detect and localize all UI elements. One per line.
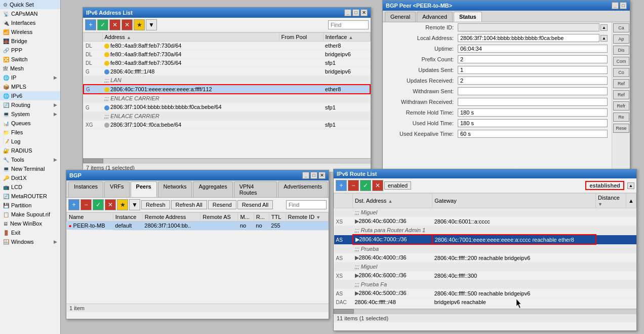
ipv6-minimize-btn[interactable]: _ [344,9,351,16]
field-value-withdrawn-sent[interactable] [458,87,608,95]
sidebar-item-routing[interactable]: 🔄 Routing ▶ [0,100,60,109]
bgp-ref2-btn[interactable]: Ref [613,90,629,99]
route-delete-btn[interactable]: ✕ [372,180,383,191]
col-instance[interactable]: Instance [113,213,142,221]
table-row[interactable]: XS ▶2806:40c:6000::/36 2806:40c:6001::a:… [334,217,636,226]
route-hscroll-thumb[interactable] [334,309,354,314]
tab-advanced[interactable]: Advanced [417,12,453,22]
col-interface[interactable]: Interface ▲ [323,33,370,42]
tab-general[interactable]: General [385,12,416,22]
field-value-keepalive[interactable] [458,130,608,138]
route-remove-btn[interactable]: − [348,180,359,191]
bgp-ap-btn[interactable]: Ap [613,34,629,44]
sidebar-item-radius[interactable]: 🔐 RADIUS [0,146,60,155]
field-value-used-hold[interactable] [458,119,608,127]
bgp-table-scroll[interactable]: Name Instance Remote Address Remote AS M… [66,212,329,304]
field-value-prefix-count[interactable] [458,55,608,63]
bgp-ref1-btn[interactable]: Ref [613,79,629,88]
route-add-btn[interactable]: + [336,180,347,191]
table-row[interactable]: G 2806:40c:7001:eeee:eeee:eeee:a:ffff/11… [84,85,370,94]
bgp-star-btn[interactable]: ★ [117,199,128,210]
ipv6-address-table-scroll[interactable]: Address ▲ From Pool Interface ▲ DL fe80:… [83,32,371,158]
tab-advertisements[interactable]: Advertisements [278,181,328,197]
table-row[interactable]: AS ▶2806:40c:4000::/36 2806:40c:ffff::20… [334,253,636,263]
ipv6-close-btn[interactable]: ✕ [360,9,368,16]
col-m[interactable]: M... [238,213,254,221]
bgp-restore-btn[interactable]: □ [310,172,317,179]
ipv6-cancel-btn[interactable]: ✕ [122,19,133,30]
ipv6-star-btn[interactable]: ★ [134,19,145,30]
bgp-minimize-btn[interactable]: _ [302,172,309,179]
col-address[interactable]: Address ▲ [102,33,279,42]
col-r[interactable]: R... [254,213,269,221]
table-row[interactable]: XS ▶2806:40c:6000::/36 2806:40c:ffff::30… [334,271,636,280]
bgp-re-btn[interactable]: Re [613,113,629,122]
sidebar-item-quickset[interactable]: ⚙ Quick Set [0,0,60,9]
field-scroll-up2[interactable]: ▲ [600,35,608,42]
route-hscroll[interactable] [334,309,636,314]
bgp-resend-btn[interactable]: Resend [208,200,236,209]
sidebar-item-system[interactable]: 💻 System ▶ [0,109,60,119]
route-scroll-up[interactable]: ▲ [627,182,634,189]
sidebar-item-mpls[interactable]: 📦 MPLS [0,82,60,91]
tab-peers[interactable]: Peers [131,181,157,197]
bgp-ca-btn[interactable]: Ca [613,23,629,32]
col-remote-address[interactable]: Remote Address [142,213,200,221]
sidebar-item-exit[interactable]: 🚪 Exit [0,228,60,237]
table-row[interactable]: XG 2806:3f7:1004::f0ca:bebe/64 sfp1 [84,120,370,129]
table-row[interactable]: G 2806:40c:ffff::1/48 bridgeipv6 [84,67,370,76]
col-remote-as[interactable]: Remote AS [200,213,238,221]
field-value-updates-sent[interactable] [458,66,608,74]
table-row[interactable]: AS ▶2806:40c:7000::/36 2806:40c:7001:eee… [334,235,636,244]
col-name[interactable]: Name [67,213,113,221]
route-check-btn[interactable]: ✓ [360,180,371,191]
sidebar-item-capsman[interactable]: 📡 CAPsMAN [0,9,60,18]
ipv6-hscroll[interactable] [83,158,371,163]
ipv6-restore-btn[interactable]: □ [352,9,359,16]
sidebar-item-switch[interactable]: 🔀 Switch [0,55,60,64]
bgp-delete-btn[interactable]: ✕ [105,199,116,210]
sidebar-item-ip[interactable]: 🌐 IP ▶ [0,73,60,82]
field-value-remote-id[interactable] [458,23,599,31]
sidebar-item-metarouter[interactable]: 🔄 MetaROUTER [0,192,60,201]
ipv6-search-input[interactable] [328,20,369,29]
table-row[interactable]: DAC 2806:40c:ffff::/48 bridgeipv6 reacha… [334,298,636,307]
sidebar-item-queues[interactable]: 📊 Queues [0,119,60,128]
ipv6-hscroll-thumb[interactable] [83,159,103,163]
field-value-uptime[interactable] [458,45,608,53]
field-value-withdrawn-received[interactable] [458,98,608,106]
sidebar-item-files[interactable]: 📁 Files [0,128,60,137]
sidebar-item-ipv6[interactable]: 🌐 IPv6 [0,91,60,100]
tab-networks[interactable]: Networks [158,181,192,197]
sidebar-item-newwinbox[interactable]: 🖥 New WinBox [0,219,60,228]
tab-status[interactable]: Status [454,12,482,22]
col-dst-address[interactable]: Dst. Address ▲ [353,194,432,208]
field-value-local-address[interactable] [458,34,599,42]
ipv6-check-btn[interactable]: ✓ [97,19,108,30]
bgp-remove-btn[interactable]: − [80,199,92,210]
bgp-co-btn[interactable]: Co [613,68,629,77]
bgp-close-btn[interactable]: ✕ [318,172,326,179]
tab-vpn4routes[interactable]: VPN4 Routes [234,181,277,197]
sidebar-item-wireless[interactable]: 📶 Wireless [0,27,60,36]
col-ttl[interactable]: TTL [269,213,286,221]
ipv6-add-btn[interactable]: + [85,19,96,30]
sidebar-item-windows[interactable]: 🪟 Windows ▶ [0,237,60,246]
sidebar-item-bridge[interactable]: 🌉 Bridge [0,36,60,46]
table-row[interactable]: DL fe80::4aa9:8aff:feb7:7305/64 sfp1 [84,59,370,67]
bgp-com-btn[interactable]: Com [613,57,629,66]
col-distance[interactable]: Distance ▼ [596,194,626,208]
col-from-pool[interactable]: From Pool [279,33,323,42]
table-row[interactable]: DL fe80::4aa9:8aff:feb7:730a/64 bridgeip… [84,50,370,59]
field-scroll-up[interactable]: ▲ [600,24,608,31]
sidebar-item-interfaces[interactable]: 🔌 Interfaces [0,18,60,27]
bgp-check-btn[interactable]: ✓ [93,199,104,210]
field-value-updates-received[interactable] [458,77,608,85]
tab-instances[interactable]: Instances [68,181,103,197]
sidebar-item-dot1x[interactable]: 🔑 Dot1X [0,173,60,182]
col-gateway[interactable]: Gateway [432,194,596,208]
ipv6-filter-btn[interactable]: ▼ [146,19,157,30]
bgp-refresh-all-btn[interactable]: Refresh All [171,200,207,209]
tab-vrfs[interactable]: VRFs [104,181,130,197]
sidebar-item-mesh[interactable]: 🕸 Mesh [0,64,60,73]
